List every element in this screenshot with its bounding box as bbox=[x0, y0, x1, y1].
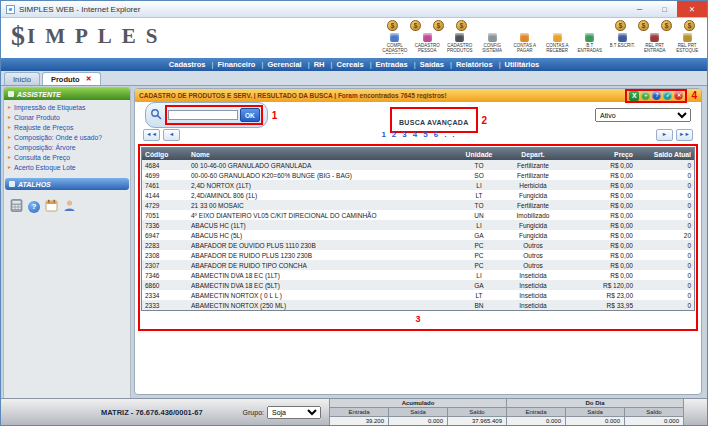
menu-item[interactable]: Financeiro bbox=[212, 58, 262, 71]
table-row[interactable]: 2308 ABAFADOR DE RUIDO PLUS 1230 230B PC… bbox=[142, 250, 694, 260]
table-row[interactable]: 7346 ABAMECTIN DVA 18 EC (1LT) LI Inseti… bbox=[142, 270, 694, 280]
table-row[interactable]: 7461 2,4D NORTOX (1LT) LI Herbicida R$ 0… bbox=[142, 180, 694, 190]
toolbar-button[interactable]: REL PRT ENTRADA bbox=[639, 33, 671, 54]
toolbar-button[interactable]: CONTAS A RECEBER bbox=[542, 33, 574, 54]
table-row[interactable]: 2333 ABAMECTIN NORTOX (250 ML) BN Inseti… bbox=[142, 300, 694, 310]
confirm-icon[interactable]: ✓ bbox=[663, 91, 672, 100]
pagination-page[interactable]: 4 bbox=[413, 128, 417, 142]
toolbar-button[interactable]: B.T ENTRADAS bbox=[574, 33, 606, 54]
close-button[interactable]: ✕ bbox=[677, 1, 707, 17]
tab-close-icon[interactable]: ✕ bbox=[86, 75, 92, 83]
maximize-button[interactable]: □ bbox=[652, 1, 677, 17]
menu-item[interactable]: Cereais bbox=[330, 58, 369, 71]
toolbar-button[interactable]: REL PRT ESTOQUE bbox=[672, 33, 704, 54]
money-bag-icon[interactable]: $ bbox=[615, 20, 626, 31]
minimize-button[interactable]: ─ bbox=[627, 1, 652, 17]
pagination-page[interactable]: 3 bbox=[402, 128, 406, 142]
toolbar-button[interactable]: CONFIG SISTEMA bbox=[477, 33, 509, 54]
close-panel-icon[interactable]: ✕ bbox=[674, 91, 683, 100]
table-row[interactable]: 2307 ABAFADOR DE RUIDO TIPO CONCHA PC Ou… bbox=[142, 260, 694, 270]
money-bag-icon[interactable]: $ bbox=[433, 20, 444, 31]
tab-inicio[interactable]: Início bbox=[4, 72, 40, 85]
search-input[interactable] bbox=[168, 110, 238, 120]
add-icon[interactable]: + bbox=[641, 91, 650, 100]
grupo-select[interactable]: Soja bbox=[267, 406, 321, 419]
pagination-page[interactable]: 2 bbox=[392, 128, 396, 142]
toolbar-button[interactable]: COMPL CADASTRO PESSOA bbox=[379, 33, 411, 54]
pagination-first-button[interactable]: ◄◄ bbox=[143, 129, 160, 141]
sidebar-item[interactable]: ▸ Reajuste de Preços bbox=[4, 122, 130, 132]
dodia-saldo-value: 0.000 bbox=[625, 417, 683, 425]
table-row[interactable]: 6860 ABAMECTIN DVA 18 EC (5LT) GA Inseti… bbox=[142, 280, 694, 290]
table-row[interactable]: 7336 ABACUS HC (1LT) LI Fungicida R$ 0,0… bbox=[142, 220, 694, 230]
money-bag-icon[interactable]: $ bbox=[456, 20, 467, 31]
money-bag-icon[interactable]: $ bbox=[661, 20, 672, 31]
cell-codigo: 6860 bbox=[142, 280, 188, 290]
table-row[interactable]: 2334 ABAMECTIN NORTOX ( 0 L L ) LT Inset… bbox=[142, 290, 694, 300]
menu-item[interactable]: Saídas bbox=[414, 58, 450, 71]
advanced-search-link[interactable]: BUSCA AVANÇADA bbox=[399, 119, 469, 126]
calendar-icon[interactable] bbox=[45, 198, 58, 216]
money-bag-icon[interactable]: $ bbox=[638, 20, 649, 31]
sidebar-item[interactable]: ▸ Composição: Árvore bbox=[4, 142, 130, 152]
toolbar-button-icon bbox=[520, 33, 529, 42]
tab-produto[interactable]: Produto ✕ bbox=[42, 72, 101, 85]
cell-preco: R$ 0,00 bbox=[564, 220, 636, 230]
menu-item[interactable]: RH bbox=[308, 58, 331, 71]
table-row[interactable]: 4699 00-00-60 GRANULADO K20=60% BUNGE (B… bbox=[142, 170, 694, 180]
pagination-next-button[interactable]: ► bbox=[656, 129, 673, 141]
money-bag-icon[interactable]: $ bbox=[387, 20, 398, 31]
toolbar-button-icon bbox=[455, 33, 464, 42]
table-row[interactable]: 4684 00 10-46-00 GRANULADO GRANULADA TO … bbox=[142, 160, 694, 170]
table-row[interactable]: 4144 2,4D/AMINOL 806 (1L) LT Fungicida R… bbox=[142, 190, 694, 200]
sidebar-item[interactable]: ▸ Impressão de Etiquetas bbox=[4, 102, 130, 112]
table-row[interactable]: 7051 4º EIXO DIANTEIRO VL05 C/KIT DIRECI… bbox=[142, 210, 694, 220]
menu-item[interactable]: Entradas bbox=[370, 58, 414, 71]
column-header[interactable]: Saldo Atual bbox=[636, 148, 694, 160]
pagination-page[interactable]: 1 bbox=[381, 128, 385, 142]
user-icon[interactable] bbox=[63, 198, 76, 216]
money-bag-icon[interactable]: $ bbox=[410, 20, 421, 31]
pagination-page[interactable]: . bbox=[452, 128, 454, 142]
toolbar-button[interactable]: CONTAS A PAGAR bbox=[509, 33, 541, 54]
pagination-page[interactable]: 6 bbox=[434, 128, 438, 142]
search-icon[interactable] bbox=[150, 106, 162, 124]
sidebar-item[interactable]: ▸ Composição: Onde é usado? bbox=[4, 132, 130, 142]
column-header[interactable]: Código bbox=[142, 148, 188, 160]
pagination-page[interactable]: 5 bbox=[423, 128, 427, 142]
toolbar-button-icon bbox=[488, 33, 497, 42]
sidebar-item[interactable]: ▸ Consulta de Preço bbox=[4, 152, 130, 162]
toolbar-button[interactable]: CADASTRO PESSOA bbox=[412, 33, 444, 54]
menu-item[interactable]: Cadastros bbox=[163, 58, 212, 71]
table-row[interactable]: 6947 ABACUS HC (5L) GA Fungicida R$ 0,00… bbox=[142, 230, 694, 240]
pagination-page[interactable]: . bbox=[444, 128, 446, 142]
money-bag-icon[interactable]: $ bbox=[684, 20, 695, 31]
body-area: ASSISTENTE ▸ Impressão de Etiquetas ▸ Cl… bbox=[1, 86, 707, 398]
ok-button[interactable]: OK bbox=[240, 108, 260, 122]
column-header[interactable]: Depart. bbox=[502, 148, 564, 160]
menu-item[interactable]: Relatórios bbox=[450, 58, 499, 71]
toolbar-button[interactable]: B.T ESCRIT. bbox=[607, 33, 639, 54]
export-excel-icon[interactable]: X bbox=[629, 91, 639, 101]
money-bag-group-right: $$$$ bbox=[615, 20, 695, 32]
menu-item[interactable]: Gerencial bbox=[261, 58, 307, 71]
column-header[interactable]: Preço bbox=[564, 148, 636, 160]
column-header[interactable]: Nome bbox=[188, 148, 456, 160]
toolbar-button[interactable]: CADASTRO PRODUTOS bbox=[444, 33, 476, 54]
sidebar-item[interactable]: ▸ Acerto Estoque Lote bbox=[4, 162, 130, 172]
app-header: $IMPLES $$$$ $$$$ COMPL CADASTRO PESSOA bbox=[1, 18, 707, 58]
sidebar-item[interactable]: ▸ Clonar Produto bbox=[4, 112, 130, 122]
column-header[interactable]: Unidade bbox=[456, 148, 502, 160]
calculator-icon[interactable] bbox=[10, 198, 23, 216]
table-row[interactable]: 2283 ABAFADOR DE OUVIDO PLUS 1110 230B P… bbox=[142, 240, 694, 250]
info-icon[interactable]: ? bbox=[652, 91, 661, 100]
menu-item[interactable]: Utilitários bbox=[499, 58, 546, 71]
help-icon[interactable]: ? bbox=[28, 201, 40, 213]
cell-unidade: LI bbox=[456, 270, 502, 280]
status-filter-select[interactable]: Ativo bbox=[595, 108, 691, 122]
pagination-last-button[interactable]: ►► bbox=[676, 129, 693, 141]
table-row[interactable]: 4729 21 33 00 MOSAIC TO Fertilizante R$ … bbox=[142, 200, 694, 210]
cell-preco: R$ 120,00 bbox=[564, 280, 636, 290]
pagination-prev-button[interactable]: ◄ bbox=[163, 129, 180, 141]
toolbar-button-icon bbox=[618, 33, 627, 42]
